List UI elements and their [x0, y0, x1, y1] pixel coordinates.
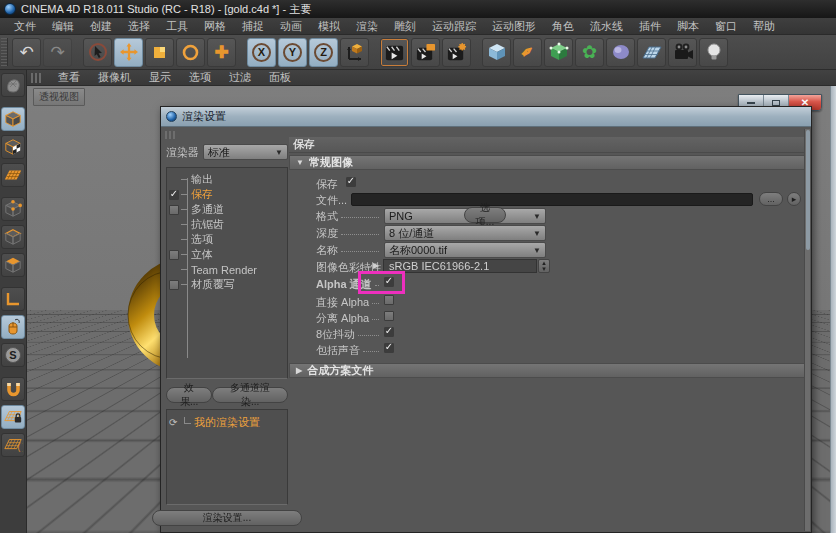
viewport-menu-filter[interactable]: 过滤 — [220, 70, 260, 85]
tree-item-options[interactable]: 选项 — [167, 232, 287, 247]
snap-s-icon[interactable]: S — [1, 343, 25, 367]
scale-tool-icon[interactable] — [145, 38, 174, 67]
dialog-scrollbar[interactable] — [804, 129, 810, 531]
menu-snap[interactable]: 捕捉 — [234, 19, 272, 34]
toolbar-grip[interactable] — [1, 38, 8, 66]
profile-spinner-button[interactable]: ▴▾ — [538, 259, 550, 273]
tree-item-output[interactable]: 输出 — [167, 172, 287, 187]
viewport-menu-grip-icon[interactable] — [31, 73, 43, 83]
menu-plugins[interactable]: 插件 — [631, 19, 669, 34]
dialog-title-bar[interactable]: 渲染设置 — [161, 107, 811, 127]
coordinate-system-icon[interactable] — [340, 38, 369, 67]
axis-y-lock[interactable]: Y — [278, 38, 307, 67]
polygon-mode-icon[interactable] — [1, 253, 25, 277]
material-override-checkbox[interactable] — [169, 280, 179, 290]
menu-sculpt[interactable]: 雕刻 — [386, 19, 424, 34]
magnet-snapping-icon[interactable] — [1, 377, 25, 401]
viewport-menu-view[interactable]: 查看 — [49, 70, 89, 85]
preset-item-my-render-settings[interactable]: ⟳ 我的渲染设置 — [167, 415, 287, 430]
edge-mode-icon[interactable] — [1, 225, 25, 249]
file-path-input[interactable] — [351, 193, 753, 206]
tree-item-multipass[interactable]: 多通道 — [167, 202, 287, 217]
move-tool-icon[interactable] — [114, 38, 143, 67]
model-mode-icon[interactable] — [1, 107, 25, 131]
file-options-arrow-button[interactable]: ▸ — [787, 192, 801, 206]
rotate-tool-icon[interactable] — [176, 38, 205, 67]
menu-render[interactable]: 渲染 — [348, 19, 386, 34]
workplane-lock-icon[interactable] — [1, 405, 25, 429]
render-settings-bottom-button[interactable]: 渲染设置... — [152, 510, 302, 526]
render-settings-icon[interactable] — [442, 38, 471, 67]
tree-item-material-override[interactable]: 材质覆写 — [167, 277, 287, 292]
menu-character[interactable]: 角色 — [544, 19, 582, 34]
menu-motion-tracker[interactable]: 运动跟踪 — [424, 19, 484, 34]
menu-select[interactable]: 选择 — [120, 19, 158, 34]
workplane-mode2-icon[interactable]: ( ) — [1, 433, 25, 457]
save-enabled-checkbox[interactable]: ✓ — [169, 190, 179, 200]
check-icon: ✓ — [170, 189, 178, 199]
viewport-menu-panel[interactable]: 面板 — [260, 70, 300, 85]
point-mode-icon[interactable] — [1, 197, 25, 221]
viewport-menu-cameras[interactable]: 摄像机 — [89, 70, 140, 85]
deformer-icon[interactable]: ✿ — [575, 38, 604, 67]
profile-expand-icon[interactable]: ▶ — [373, 261, 379, 270]
viewport-menu-options[interactable]: 选项 — [180, 70, 220, 85]
depth-dropdown[interactable]: 8 位/通道 ▼ — [384, 225, 546, 241]
viewport-solo-mouse-icon[interactable] — [1, 315, 25, 339]
menu-tools[interactable]: 工具 — [158, 19, 196, 34]
menu-mograph[interactable]: 运动图形 — [484, 19, 544, 34]
straight-alpha-checkbox[interactable] — [384, 295, 394, 305]
include-sound-checkbox[interactable]: ✓ — [384, 343, 394, 353]
texture-mode-icon[interactable] — [1, 135, 25, 159]
live-selection-icon[interactable] — [83, 38, 112, 67]
undo-icon[interactable]: ↶ — [12, 38, 41, 67]
menu-pipeline[interactable]: 流水线 — [582, 19, 631, 34]
regular-image-section-header[interactable]: ▼ 常规图像 — [289, 155, 806, 170]
pen-spline-icon[interactable]: ✒ — [513, 38, 542, 67]
redo-icon[interactable]: ↷ — [43, 38, 72, 67]
multipass-enabled-checkbox[interactable] — [169, 205, 179, 215]
menu-script[interactable]: 脚本 — [669, 19, 707, 34]
tree-item-antialiasing[interactable]: 抗锯齿 — [167, 217, 287, 232]
renderer-dropdown[interactable]: 标准 ▼ — [203, 144, 288, 160]
axis-z-lock[interactable]: Z — [309, 38, 338, 67]
viewport-scrollbar[interactable] — [830, 86, 836, 533]
floor-icon[interactable] — [637, 38, 666, 67]
menu-animate[interactable]: 动画 — [272, 19, 310, 34]
separate-alpha-checkbox[interactable] — [384, 311, 394, 321]
stereoscopic-enabled-checkbox[interactable] — [169, 250, 179, 260]
light-icon[interactable] — [699, 38, 728, 67]
render-picture-viewer-icon[interactable] — [411, 38, 440, 67]
viewport-menu-display[interactable]: 显示 — [140, 70, 180, 85]
menu-help[interactable]: 帮助 — [745, 19, 783, 34]
name-format-dropdown[interactable]: 名称0000.tif ▼ — [384, 242, 546, 258]
save-checkbox[interactable]: ✓ — [346, 177, 356, 187]
menu-file[interactable]: 文件 — [6, 19, 44, 34]
tree-item-team-render[interactable]: Team Render — [167, 262, 287, 277]
sculpt-head-icon[interactable] — [1, 73, 25, 97]
alpha-channel-checkbox[interactable]: ✓ — [384, 277, 394, 287]
enable-axis-icon[interactable] — [1, 287, 25, 311]
color-profile-value[interactable]: sRGB IEC61966-2.1 — [383, 259, 537, 273]
tree-item-save[interactable]: ✓ 保存 — [167, 187, 287, 202]
menu-simulate[interactable]: 模拟 — [310, 19, 348, 34]
camera-icon[interactable] — [668, 38, 697, 67]
last-tool-icon[interactable]: ✚ — [207, 38, 236, 67]
menu-window[interactable]: 窗口 — [707, 19, 745, 34]
format-options-button[interactable]: 选项... — [464, 207, 506, 223]
menu-edit[interactable]: 编辑 — [44, 19, 82, 34]
subdivision-surface-icon[interactable] — [544, 38, 573, 67]
menu-create[interactable]: 创建 — [82, 19, 120, 34]
dither-checkbox[interactable]: ✓ — [384, 327, 394, 337]
add-cube-icon[interactable] — [482, 38, 511, 67]
axis-x-lock[interactable]: X — [247, 38, 276, 67]
render-view-icon[interactable] — [380, 38, 409, 67]
effects-button[interactable]: 效果... — [166, 387, 212, 403]
environment-icon[interactable] — [606, 38, 635, 67]
compositing-section-header[interactable]: ▶ 合成方案文件 — [289, 363, 806, 378]
workplane-mode-icon[interactable] — [1, 163, 25, 187]
menu-mesh[interactable]: 网格 — [196, 19, 234, 34]
multipass-render-button[interactable]: 多通道渲染... — [212, 387, 288, 403]
file-browse-button[interactable]: ... — [759, 192, 783, 206]
tree-item-stereoscopic[interactable]: 立体 — [167, 247, 287, 262]
